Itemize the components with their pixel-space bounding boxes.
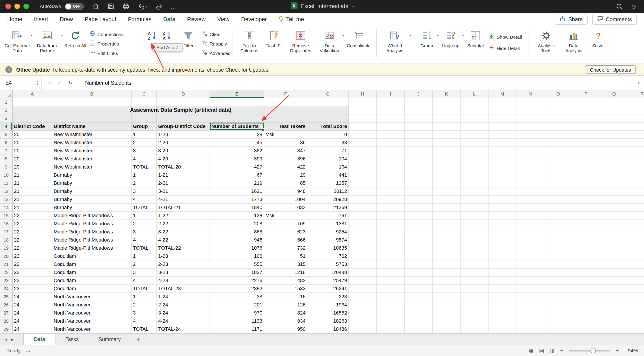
row-header-1[interactable]: 1: [0, 98, 12, 106]
cell-P7[interactable]: [572, 147, 600, 155]
cell-M20[interactable]: [488, 252, 516, 260]
cell-E7[interactable]: 382: [210, 147, 264, 155]
cell-A29[interactable]: 24: [12, 325, 52, 334]
cell-H25[interactable]: [349, 293, 377, 301]
consolidate-button[interactable]: Consolidate: [344, 26, 373, 48]
cell-F5[interactable]: Msk: [264, 131, 307, 139]
cell-M9[interactable]: [488, 163, 516, 171]
cell-P21[interactable]: [572, 260, 600, 268]
cell-N15[interactable]: [516, 212, 544, 220]
name-box-stepper[interactable]: ▲▼: [36, 80, 39, 85]
ribbon-tab-formulas[interactable]: Formulas: [128, 16, 152, 22]
cell-A6[interactable]: 20: [12, 139, 52, 147]
cell-D19[interactable]: TOTAL-22: [157, 244, 210, 252]
cell-G9[interactable]: 104: [307, 163, 349, 171]
cell-C6[interactable]: 2: [132, 139, 157, 147]
cell-J24[interactable]: [405, 285, 433, 293]
cell-D23[interactable]: 4-23: [157, 277, 210, 285]
minimize-window-button[interactable]: [14, 4, 20, 9]
cell-H17[interactable]: [349, 228, 377, 236]
column-header-D[interactable]: D: [157, 90, 210, 98]
cell-L10[interactable]: [460, 171, 488, 179]
cell-Q24[interactable]: [600, 285, 628, 293]
cell-R7[interactable]: [628, 147, 644, 155]
cell-A11[interactable]: 21: [12, 179, 52, 188]
cell-D2[interactable]: [157, 106, 210, 114]
row-header-4[interactable]: 4: [0, 122, 12, 131]
cell-F20[interactable]: 51: [264, 252, 307, 260]
cell-J26[interactable]: [405, 301, 433, 309]
cell-I1[interactable]: [377, 98, 405, 106]
chevron-down-icon[interactable]: ▾: [352, 5, 354, 8]
cell-R14[interactable]: [628, 204, 644, 212]
cell-M7[interactable]: [488, 147, 516, 155]
cell-P22[interactable]: [572, 268, 600, 277]
cell-H3[interactable]: [349, 114, 377, 122]
sheet-tab-data[interactable]: Data: [24, 334, 56, 345]
cell-R19[interactable]: [628, 244, 644, 252]
cell-A20[interactable]: 23: [12, 252, 52, 260]
column-header-A[interactable]: A: [12, 90, 52, 98]
cell-L2[interactable]: [460, 106, 488, 114]
data-validation-button[interactable]: ▾ Data Validation: [316, 26, 342, 53]
cell-K21[interactable]: [433, 260, 460, 268]
cell-B28[interactable]: North Vancouver: [52, 317, 132, 325]
cell-G11[interactable]: 1257: [307, 179, 349, 188]
cell-M21[interactable]: [488, 260, 516, 268]
cell-I27[interactable]: [377, 309, 405, 317]
cell-K29[interactable]: [433, 325, 460, 334]
cell-F11[interactable]: 85: [264, 179, 307, 188]
cell-E15[interactable]: 128: [210, 212, 264, 220]
cell-A25[interactable]: 24: [12, 293, 52, 301]
cancel-icon[interactable]: ×: [48, 79, 52, 86]
cell-K2[interactable]: [433, 106, 460, 114]
cell-L27[interactable]: [460, 309, 488, 317]
cell-N27[interactable]: [516, 309, 544, 317]
cell-R29[interactable]: [628, 325, 644, 334]
cell-D4[interactable]: Group-District Code: [157, 122, 210, 131]
cell-G4[interactable]: Total Score: [307, 122, 349, 131]
cell-O16[interactable]: [544, 220, 572, 228]
cell-K22[interactable]: [433, 268, 460, 277]
cell-L13[interactable]: [460, 196, 488, 204]
column-header-R[interactable]: R: [628, 90, 644, 98]
cell-Q3[interactable]: [600, 114, 628, 122]
cell-F13[interactable]: 1004: [264, 196, 307, 204]
cell-B9[interactable]: New Westminster: [52, 163, 132, 171]
cell-N10[interactable]: [516, 171, 544, 179]
cell-H12[interactable]: [349, 188, 377, 196]
cell-I15[interactable]: [377, 212, 405, 220]
comments-button[interactable]: Comments: [592, 14, 637, 25]
cell-R11[interactable]: [628, 179, 644, 188]
cell-F8[interactable]: 396: [264, 155, 307, 163]
cell-I13[interactable]: [377, 196, 405, 204]
cell-D21[interactable]: 2-23: [157, 260, 210, 268]
share-button[interactable]: Share: [555, 14, 588, 25]
cell-P18[interactable]: [572, 236, 600, 244]
cell-Q10[interactable]: [600, 171, 628, 179]
ribbon-tab-review[interactable]: Review: [187, 16, 206, 22]
cell-M17[interactable]: [488, 228, 516, 236]
cell-J29[interactable]: [405, 325, 433, 334]
cell-A26[interactable]: 24: [12, 301, 52, 309]
cell-O22[interactable]: [544, 268, 572, 277]
cell-A23[interactable]: 23: [12, 277, 52, 285]
cell-Q7[interactable]: [600, 147, 628, 155]
cell-Q26[interactable]: [600, 301, 628, 309]
cell-N29[interactable]: [516, 325, 544, 334]
cell-E18[interactable]: 948: [210, 236, 264, 244]
normal-view-icon[interactable]: ▦: [529, 348, 534, 354]
cell-N3[interactable]: [516, 114, 544, 122]
ribbon-tab-data[interactable]: Data: [163, 16, 175, 22]
cell-J22[interactable]: [405, 268, 433, 277]
cell-Q21[interactable]: [600, 260, 628, 268]
cell-R12[interactable]: [628, 188, 644, 196]
cell-C10[interactable]: 1: [132, 171, 157, 179]
cell-J19[interactable]: [405, 244, 433, 252]
properties-button[interactable]: Properties: [89, 40, 132, 47]
cell-F25[interactable]: 16: [264, 293, 307, 301]
row-header-19[interactable]: 19: [0, 244, 12, 252]
cell-I26[interactable]: [377, 301, 405, 309]
cell-I4[interactable]: [377, 122, 405, 131]
cell-G20[interactable]: 762: [307, 252, 349, 260]
